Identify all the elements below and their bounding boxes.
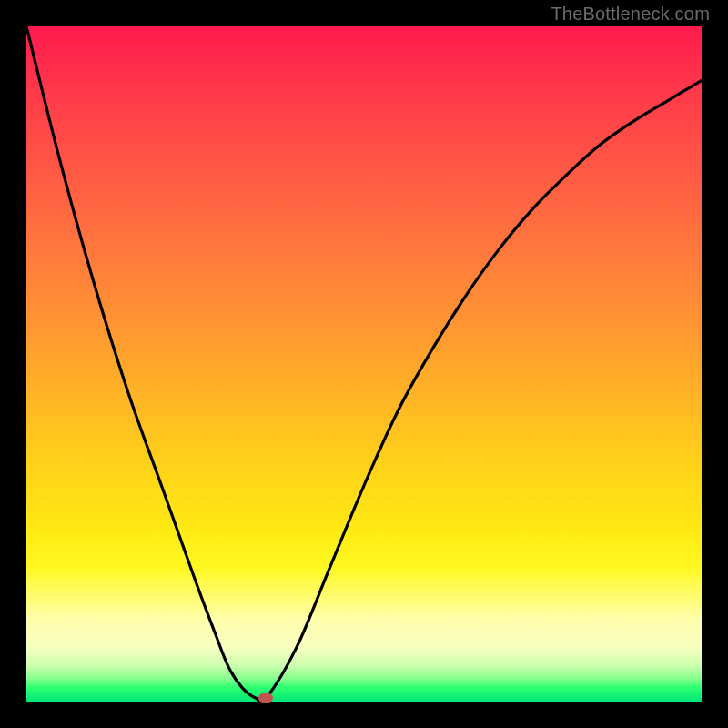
optimal-point-marker — [258, 693, 273, 703]
chart-svg — [26, 26, 702, 702]
watermark-text: TheBottleneck.com — [551, 4, 710, 25]
chart-frame: TheBottleneck.com — [0, 0, 728, 728]
chart-plot-area — [26, 26, 702, 702]
curve-path — [26, 26, 702, 703]
